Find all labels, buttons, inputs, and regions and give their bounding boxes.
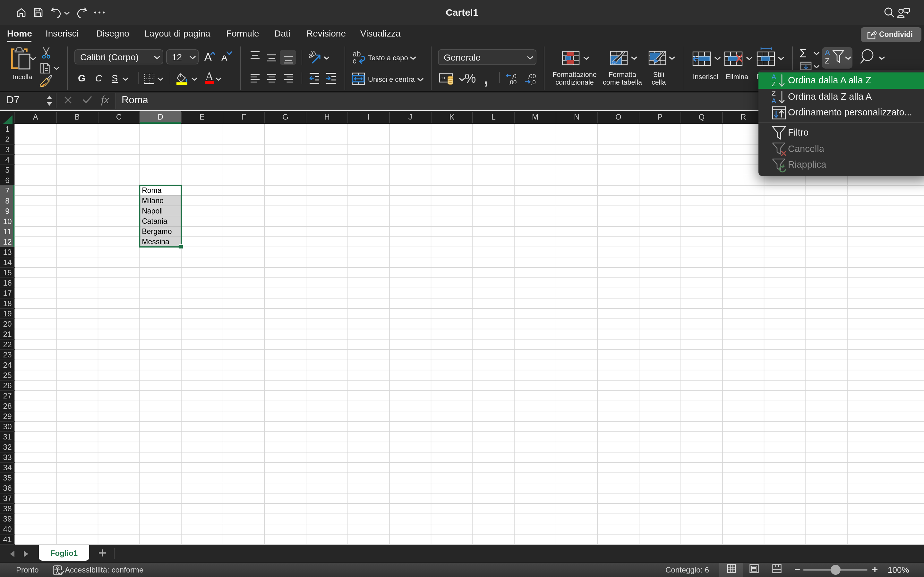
- svg-text:Z: Z: [772, 90, 776, 97]
- svg-text:22: 22: [3, 340, 11, 349]
- svg-text:11: 11: [3, 227, 11, 235]
- svg-text:35: 35: [3, 474, 11, 482]
- svg-text:Roma: Roma: [142, 186, 162, 195]
- svg-text:36: 36: [3, 484, 11, 492]
- svg-text:c: c: [352, 57, 357, 65]
- svg-text:21: 21: [3, 330, 11, 338]
- svg-text:10: 10: [3, 217, 11, 226]
- svg-text:27: 27: [3, 392, 11, 400]
- svg-text:25: 25: [3, 371, 11, 380]
- svg-text:,00: ,00: [508, 79, 517, 85]
- svg-text:17: 17: [3, 289, 11, 298]
- svg-text:4: 4: [5, 155, 10, 164]
- svg-text:A: A: [772, 73, 776, 80]
- svg-text:16: 16: [3, 278, 11, 287]
- svg-text:Z: Z: [772, 80, 776, 87]
- svg-text:co: co: [441, 75, 445, 80]
- svg-text:8: 8: [5, 196, 10, 205]
- svg-text:26: 26: [3, 381, 11, 390]
- svg-text:24: 24: [3, 361, 11, 369]
- svg-text:Napoli: Napoli: [142, 207, 163, 215]
- svg-text:23: 23: [3, 350, 11, 359]
- svg-text:29: 29: [3, 412, 11, 421]
- svg-text:19: 19: [3, 309, 11, 318]
- svg-text:,0: ,0: [511, 73, 517, 79]
- svg-text:1: 1: [5, 124, 10, 133]
- svg-text:13: 13: [3, 247, 11, 256]
- svg-text:Catania: Catania: [142, 217, 167, 226]
- svg-text:37: 37: [3, 494, 11, 503]
- svg-text:14: 14: [3, 258, 11, 266]
- svg-text:7: 7: [5, 186, 10, 195]
- svg-text:31: 31: [3, 432, 11, 441]
- svg-text:15: 15: [3, 268, 11, 277]
- svg-text:30: 30: [3, 422, 11, 431]
- svg-text:,0: ,0: [531, 79, 536, 85]
- svg-text:33: 33: [3, 453, 11, 462]
- svg-text:28: 28: [3, 402, 11, 410]
- svg-text:3: 3: [5, 145, 10, 153]
- svg-text:Milano: Milano: [142, 197, 164, 205]
- svg-text:20: 20: [3, 319, 11, 328]
- svg-text:9: 9: [5, 206, 10, 215]
- svg-text:40: 40: [3, 525, 11, 533]
- svg-text:12: 12: [3, 237, 11, 246]
- svg-text:5: 5: [5, 165, 10, 174]
- svg-text:18: 18: [3, 299, 11, 308]
- svg-text:34: 34: [3, 463, 11, 472]
- svg-text:,00: ,00: [527, 73, 536, 79]
- svg-text:6: 6: [5, 176, 10, 184]
- svg-text:Messina: Messina: [142, 237, 170, 246]
- svg-text:A: A: [772, 97, 776, 104]
- svg-text:39: 39: [3, 514, 11, 523]
- svg-text:Bergamo: Bergamo: [142, 227, 172, 235]
- svg-text:32: 32: [3, 443, 11, 451]
- svg-text:2: 2: [5, 135, 10, 143]
- svg-text:38: 38: [3, 504, 11, 513]
- svg-text:41: 41: [3, 535, 11, 544]
